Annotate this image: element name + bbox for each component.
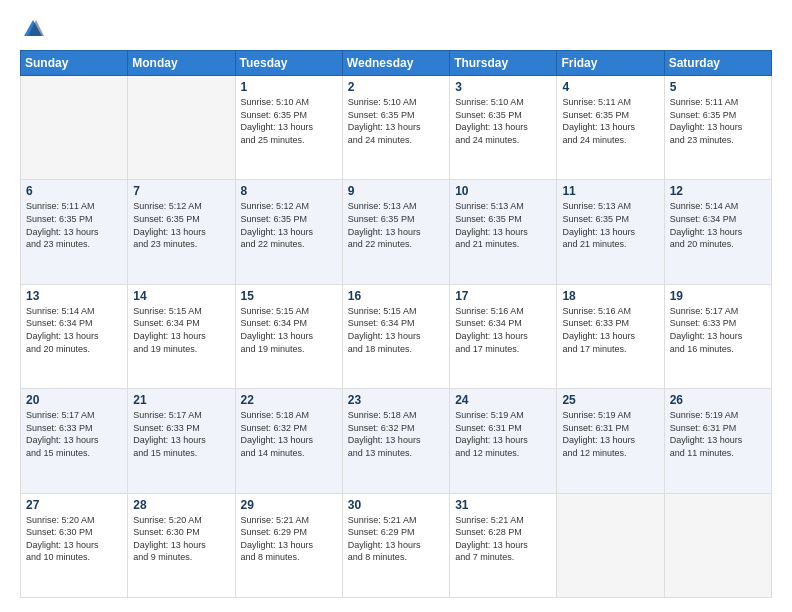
day-info: Sunrise: 5:20 AM Sunset: 6:30 PM Dayligh… (26, 514, 122, 564)
day-info: Sunrise: 5:15 AM Sunset: 6:34 PM Dayligh… (241, 305, 337, 355)
day-info: Sunrise: 5:13 AM Sunset: 6:35 PM Dayligh… (348, 200, 444, 250)
calendar-cell: 25Sunrise: 5:19 AM Sunset: 6:31 PM Dayli… (557, 389, 664, 493)
calendar-cell: 12Sunrise: 5:14 AM Sunset: 6:34 PM Dayli… (664, 180, 771, 284)
day-info: Sunrise: 5:20 AM Sunset: 6:30 PM Dayligh… (133, 514, 229, 564)
day-number: 2 (348, 80, 444, 94)
weekday-header-monday: Monday (128, 51, 235, 76)
day-number: 17 (455, 289, 551, 303)
day-info: Sunrise: 5:10 AM Sunset: 6:35 PM Dayligh… (241, 96, 337, 146)
day-info: Sunrise: 5:21 AM Sunset: 6:29 PM Dayligh… (241, 514, 337, 564)
day-info: Sunrise: 5:19 AM Sunset: 6:31 PM Dayligh… (562, 409, 658, 459)
day-info: Sunrise: 5:10 AM Sunset: 6:35 PM Dayligh… (455, 96, 551, 146)
day-info: Sunrise: 5:18 AM Sunset: 6:32 PM Dayligh… (348, 409, 444, 459)
calendar-cell: 31Sunrise: 5:21 AM Sunset: 6:28 PM Dayli… (450, 493, 557, 597)
day-info: Sunrise: 5:11 AM Sunset: 6:35 PM Dayligh… (670, 96, 766, 146)
calendar-cell: 27Sunrise: 5:20 AM Sunset: 6:30 PM Dayli… (21, 493, 128, 597)
day-number: 25 (562, 393, 658, 407)
calendar-cell: 15Sunrise: 5:15 AM Sunset: 6:34 PM Dayli… (235, 284, 342, 388)
calendar-cell (128, 76, 235, 180)
calendar-cell: 11Sunrise: 5:13 AM Sunset: 6:35 PM Dayli… (557, 180, 664, 284)
day-info: Sunrise: 5:16 AM Sunset: 6:33 PM Dayligh… (562, 305, 658, 355)
day-info: Sunrise: 5:16 AM Sunset: 6:34 PM Dayligh… (455, 305, 551, 355)
day-info: Sunrise: 5:13 AM Sunset: 6:35 PM Dayligh… (455, 200, 551, 250)
calendar-cell: 5Sunrise: 5:11 AM Sunset: 6:35 PM Daylig… (664, 76, 771, 180)
day-number: 14 (133, 289, 229, 303)
weekday-header-saturday: Saturday (664, 51, 771, 76)
calendar-cell: 28Sunrise: 5:20 AM Sunset: 6:30 PM Dayli… (128, 493, 235, 597)
day-info: Sunrise: 5:14 AM Sunset: 6:34 PM Dayligh… (26, 305, 122, 355)
calendar-cell: 4Sunrise: 5:11 AM Sunset: 6:35 PM Daylig… (557, 76, 664, 180)
day-number: 18 (562, 289, 658, 303)
day-info: Sunrise: 5:12 AM Sunset: 6:35 PM Dayligh… (241, 200, 337, 250)
weekday-header-thursday: Thursday (450, 51, 557, 76)
day-number: 31 (455, 498, 551, 512)
calendar-cell: 20Sunrise: 5:17 AM Sunset: 6:33 PM Dayli… (21, 389, 128, 493)
calendar-cell: 26Sunrise: 5:19 AM Sunset: 6:31 PM Dayli… (664, 389, 771, 493)
day-info: Sunrise: 5:14 AM Sunset: 6:34 PM Dayligh… (670, 200, 766, 250)
day-info: Sunrise: 5:19 AM Sunset: 6:31 PM Dayligh… (670, 409, 766, 459)
day-number: 27 (26, 498, 122, 512)
weekday-header-tuesday: Tuesday (235, 51, 342, 76)
day-number: 4 (562, 80, 658, 94)
weekday-header-sunday: Sunday (21, 51, 128, 76)
calendar-cell: 24Sunrise: 5:19 AM Sunset: 6:31 PM Dayli… (450, 389, 557, 493)
day-info: Sunrise: 5:19 AM Sunset: 6:31 PM Dayligh… (455, 409, 551, 459)
page: SundayMondayTuesdayWednesdayThursdayFrid… (0, 0, 792, 612)
day-number: 28 (133, 498, 229, 512)
calendar-cell (557, 493, 664, 597)
week-row-4: 20Sunrise: 5:17 AM Sunset: 6:33 PM Dayli… (21, 389, 772, 493)
day-info: Sunrise: 5:21 AM Sunset: 6:28 PM Dayligh… (455, 514, 551, 564)
day-number: 24 (455, 393, 551, 407)
day-number: 20 (26, 393, 122, 407)
logo-icon (22, 18, 44, 40)
day-number: 3 (455, 80, 551, 94)
day-number: 6 (26, 184, 122, 198)
calendar-cell: 23Sunrise: 5:18 AM Sunset: 6:32 PM Dayli… (342, 389, 449, 493)
calendar-cell: 13Sunrise: 5:14 AM Sunset: 6:34 PM Dayli… (21, 284, 128, 388)
day-info: Sunrise: 5:17 AM Sunset: 6:33 PM Dayligh… (670, 305, 766, 355)
calendar-table: SundayMondayTuesdayWednesdayThursdayFrid… (20, 50, 772, 598)
calendar-cell (21, 76, 128, 180)
day-info: Sunrise: 5:15 AM Sunset: 6:34 PM Dayligh… (348, 305, 444, 355)
calendar-cell: 10Sunrise: 5:13 AM Sunset: 6:35 PM Dayli… (450, 180, 557, 284)
day-info: Sunrise: 5:11 AM Sunset: 6:35 PM Dayligh… (562, 96, 658, 146)
day-info: Sunrise: 5:12 AM Sunset: 6:35 PM Dayligh… (133, 200, 229, 250)
day-number: 7 (133, 184, 229, 198)
day-info: Sunrise: 5:15 AM Sunset: 6:34 PM Dayligh… (133, 305, 229, 355)
calendar-cell: 18Sunrise: 5:16 AM Sunset: 6:33 PM Dayli… (557, 284, 664, 388)
calendar-cell: 8Sunrise: 5:12 AM Sunset: 6:35 PM Daylig… (235, 180, 342, 284)
calendar-cell: 2Sunrise: 5:10 AM Sunset: 6:35 PM Daylig… (342, 76, 449, 180)
day-info: Sunrise: 5:18 AM Sunset: 6:32 PM Dayligh… (241, 409, 337, 459)
day-number: 5 (670, 80, 766, 94)
weekday-header-friday: Friday (557, 51, 664, 76)
day-info: Sunrise: 5:21 AM Sunset: 6:29 PM Dayligh… (348, 514, 444, 564)
day-info: Sunrise: 5:11 AM Sunset: 6:35 PM Dayligh… (26, 200, 122, 250)
day-number: 22 (241, 393, 337, 407)
day-info: Sunrise: 5:17 AM Sunset: 6:33 PM Dayligh… (133, 409, 229, 459)
day-info: Sunrise: 5:17 AM Sunset: 6:33 PM Dayligh… (26, 409, 122, 459)
weekday-header-wednesday: Wednesday (342, 51, 449, 76)
week-row-1: 1Sunrise: 5:10 AM Sunset: 6:35 PM Daylig… (21, 76, 772, 180)
calendar-cell: 3Sunrise: 5:10 AM Sunset: 6:35 PM Daylig… (450, 76, 557, 180)
day-number: 12 (670, 184, 766, 198)
week-row-3: 13Sunrise: 5:14 AM Sunset: 6:34 PM Dayli… (21, 284, 772, 388)
logo (20, 18, 44, 40)
calendar-cell: 6Sunrise: 5:11 AM Sunset: 6:35 PM Daylig… (21, 180, 128, 284)
calendar-cell: 29Sunrise: 5:21 AM Sunset: 6:29 PM Dayli… (235, 493, 342, 597)
day-number: 13 (26, 289, 122, 303)
day-number: 8 (241, 184, 337, 198)
calendar-cell (664, 493, 771, 597)
calendar-cell: 17Sunrise: 5:16 AM Sunset: 6:34 PM Dayli… (450, 284, 557, 388)
day-number: 1 (241, 80, 337, 94)
weekday-header-row: SundayMondayTuesdayWednesdayThursdayFrid… (21, 51, 772, 76)
day-number: 9 (348, 184, 444, 198)
calendar-cell: 19Sunrise: 5:17 AM Sunset: 6:33 PM Dayli… (664, 284, 771, 388)
day-info: Sunrise: 5:13 AM Sunset: 6:35 PM Dayligh… (562, 200, 658, 250)
calendar-cell: 30Sunrise: 5:21 AM Sunset: 6:29 PM Dayli… (342, 493, 449, 597)
day-info: Sunrise: 5:10 AM Sunset: 6:35 PM Dayligh… (348, 96, 444, 146)
calendar-cell: 14Sunrise: 5:15 AM Sunset: 6:34 PM Dayli… (128, 284, 235, 388)
day-number: 29 (241, 498, 337, 512)
day-number: 30 (348, 498, 444, 512)
week-row-2: 6Sunrise: 5:11 AM Sunset: 6:35 PM Daylig… (21, 180, 772, 284)
day-number: 16 (348, 289, 444, 303)
